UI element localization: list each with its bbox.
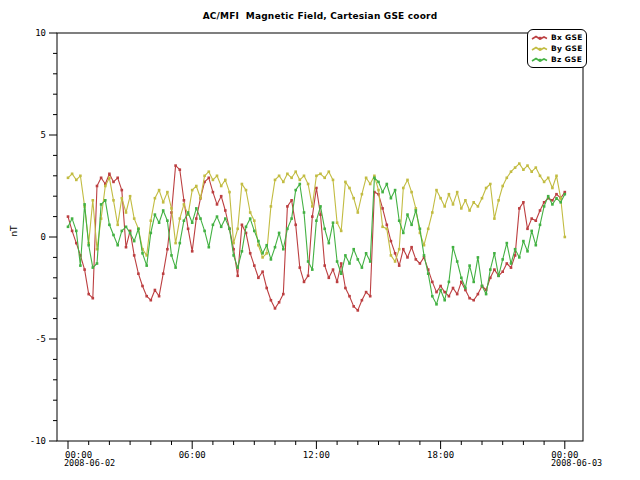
bz-line-sample-icon — [531, 56, 548, 64]
y-axis-ticks: 1050-5-10 — [30, 28, 57, 446]
legend-label-by: By GSE — [551, 44, 583, 53]
legend-label-bz: Bz GSE — [551, 55, 582, 64]
by-line-sample-icon — [531, 45, 548, 53]
x-tick-label: 06:00 — [179, 450, 206, 460]
x-axis-end-date: 2008-06-03 — [551, 458, 602, 468]
x-tick-label: 18:00 — [427, 450, 454, 460]
legend-item-bz: Bz GSE — [531, 54, 583, 65]
y-tick-label: 5 — [41, 130, 46, 140]
y-tick-label: -5 — [35, 334, 46, 344]
series-markers-bx — [67, 164, 566, 311]
bx-line-sample-icon — [531, 34, 548, 42]
series-line-by — [68, 164, 565, 262]
y-tick-label: 10 — [35, 28, 46, 38]
x-axis-start-date: 2008-06-02 — [64, 458, 115, 468]
magnetic-field-chart: 1050-5-1000:0006:0012:0018:0000:00 — [0, 0, 640, 480]
y-tick-label: 0 — [41, 232, 46, 242]
x-tick-label: 12:00 — [303, 450, 330, 460]
legend-item-by: By GSE — [531, 43, 583, 54]
x-axis-ticks: 00:0006:0012:0018:0000:00 — [65, 441, 578, 460]
plot-screen: AC/MFI Magnetic Field, Cartesian GSE coo… — [0, 0, 640, 480]
legend-label-bx: Bx GSE — [551, 33, 583, 42]
y-tick-label: -10 — [30, 436, 46, 446]
legend-item-bx: Bx GSE — [531, 32, 583, 43]
legend-box: Bx GSE By GSE Bz GSE — [527, 29, 587, 68]
